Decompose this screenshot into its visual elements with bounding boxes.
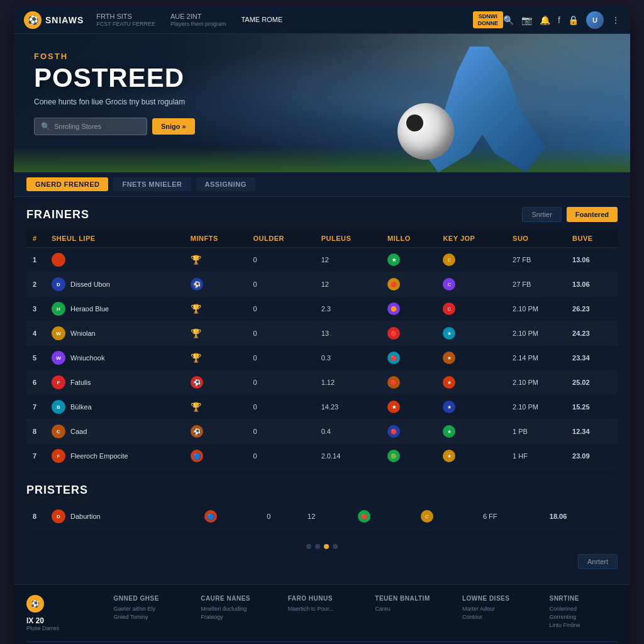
dot-4[interactable] <box>333 544 338 549</box>
main-nav: FRTH SITS FCST FEATU FERREE AUE 2INT Pla… <box>96 13 472 28</box>
footer-link-8[interactable]: Contour <box>462 614 531 620</box>
team-name: Caad <box>70 428 87 435</box>
minfts-icon: 🏆 <box>191 402 201 412</box>
facebook-icon[interactable]: f <box>558 15 560 25</box>
nav-item-tame[interactable]: TAME ROME <box>241 16 282 24</box>
millo-badge: ★ <box>387 401 400 413</box>
minfts-icon: ⚽ <box>191 278 203 291</box>
footer-col-snrtine: Snrtine Conlerined Gorrenting Lintu Fmli… <box>549 595 618 631</box>
footer-link-4[interactable]: Frateogy <box>201 614 269 620</box>
row-minfts: ⚽ <box>184 419 247 444</box>
search-icon[interactable]: 🔍 <box>503 15 514 25</box>
row-keyjop: 2.10 PM <box>506 395 566 419</box>
featured-button[interactable]: Foantered <box>567 207 618 222</box>
row-millo: 🔴 <box>381 272 436 297</box>
millo-badge: 🔴 <box>387 376 400 389</box>
row-puleus: 14.23 <box>315 395 381 419</box>
footer-col-brand: ⚽ IX 20 Pluse Darres <box>26 595 95 631</box>
millo-badge: 🔴 <box>387 352 400 364</box>
row-buve: 13.06 <box>566 272 618 297</box>
row-puleus: 1.12 <box>315 370 381 395</box>
footer-link-3[interactable]: Mnelteri ducluding <box>201 606 269 612</box>
footer-link-11[interactable]: Lintu Fmline <box>549 622 618 628</box>
tab-assigning[interactable]: Assigning <box>196 177 255 191</box>
col-suo: Suo <box>506 230 566 248</box>
lock-icon[interactable]: 🔒 <box>568 15 579 25</box>
row-oulder: 0 <box>247 346 314 370</box>
table-row[interactable]: 8 D Daburtion 🔵 0 12 <box>26 504 618 529</box>
row-num: 7 <box>26 395 45 419</box>
tab-gnerd[interactable]: Gnerd Frenred <box>26 177 108 191</box>
keyjop-badge: ★ <box>443 352 455 364</box>
row-num: 7 <box>26 444 45 469</box>
next-button[interactable]: Anrtert <box>578 554 618 569</box>
row-keyjop-badge: ★ <box>436 419 506 444</box>
keyjop-badge: C <box>443 278 455 291</box>
row-num: 8 <box>26 419 45 444</box>
camera-icon[interactable]: 📷 <box>521 15 532 25</box>
footer-col-title-brand: Pluse Darres <box>26 625 95 631</box>
millo-badge: 🔴 <box>387 278 400 291</box>
pristers-title: PRISTERS <box>26 484 88 497</box>
row-minfts: ⚽ <box>184 272 247 297</box>
row-oulder: 0 <box>247 321 314 346</box>
trainers-section: FRAINERS Snrtier Foantered # Sheul Lipe … <box>26 207 618 469</box>
row-buve: 18.06 <box>543 504 618 529</box>
footer-link-9[interactable]: Conlerined <box>549 606 618 612</box>
row-minfts: 🏆 <box>184 297 247 321</box>
footer-link-7[interactable]: Marter Adour <box>462 606 531 612</box>
more-icon[interactable]: ⋮ <box>611 15 620 25</box>
table-row[interactable]: 4 W Wniolan 🏆 0 13 <box>26 321 618 346</box>
sort-button[interactable]: Snrtier <box>522 207 561 222</box>
hero-search-box[interactable]: 🔍 <box>34 118 147 135</box>
footer-link-2[interactable]: Gnied Tominy <box>114 614 182 620</box>
hero-search-button[interactable]: Snigo » <box>152 118 195 135</box>
nav-item-frth[interactable]: FRTH SITS FCST FEATU FERREE <box>96 13 155 28</box>
row-buve: 26.23 <box>566 297 618 321</box>
promo-badge[interactable]: SDNWI DONNE <box>473 11 504 29</box>
tab-fnets[interactable]: Fnets Mnieler <box>113 177 191 191</box>
dot-1[interactable] <box>306 544 311 549</box>
nav-item-aue[interactable]: AUE 2INT Players them program <box>170 13 226 28</box>
dot-3[interactable] <box>324 544 329 549</box>
row-keyjop: 27 FB <box>506 272 566 297</box>
logo[interactable]: ⚽ SNIAWS <box>24 11 84 29</box>
team-logo: D <box>52 509 65 523</box>
row-oulder: 0 <box>247 395 314 419</box>
page-wrapper: ⚽ SNIAWS FRTH SITS FCST FEATU FERREE AUE… <box>14 6 630 644</box>
row-team: H Heraod Blue <box>45 297 184 321</box>
col-oulder: Oulder <box>247 230 314 248</box>
row-keyjop: 2.14 PM <box>506 346 566 370</box>
table-row[interactable]: 1 🏆 0 12 <box>26 248 618 272</box>
table-row[interactable]: 6 F Fatulis ⚽ 0 1.12 <box>26 370 618 395</box>
row-num: 3 <box>26 297 45 321</box>
footer-col-gnned: Gnned Ghse Gaeter aithin Ely Gnied Tomin… <box>114 595 182 631</box>
hero-search-row: 🔍 Snigo » <box>34 118 610 135</box>
team-logo: B <box>52 400 65 414</box>
footer-link-10[interactable]: Gorrenting <box>549 614 618 620</box>
row-buve: 12.34 <box>566 419 618 444</box>
dot-2[interactable] <box>315 544 320 549</box>
notification-icon[interactable]: 🔔 <box>540 15 550 25</box>
row-buve: 23.09 <box>566 444 618 469</box>
footer-link-1[interactable]: Gaeter aithin Ely <box>114 606 182 612</box>
table-row[interactable]: 3 H Heraod Blue 🏆 0 2.3 <box>26 297 618 321</box>
table-row[interactable]: 5 W Wniuchook 🏆 0 0.3 <box>26 346 618 370</box>
row-puleus: 2.0.14 <box>315 444 381 469</box>
row-team: W Wniuchook <box>45 346 184 370</box>
footer-link-6[interactable]: Careu <box>375 606 443 612</box>
table-row[interactable]: 8 C Caad ⚽ 0 0.4 <box>26 419 618 444</box>
row-minfts: 🏆 <box>184 321 247 346</box>
footer-link-5[interactable]: Maertich tc Pour... <box>288 606 357 612</box>
table-row[interactable]: 7 B Bülkea 🏆 0 14.23 <box>26 395 618 419</box>
footer-col-title-lowne: Lowne Dises <box>462 595 531 602</box>
row-team: B Bülkea <box>45 395 184 419</box>
table-row[interactable]: 7 F Fleeroch Empocite 🔵 0 2.0.14 <box>26 444 618 469</box>
table-row[interactable]: 2 D Dissed Ubon ⚽ 0 12 <box>26 272 618 297</box>
millo-badge: ★ <box>387 253 400 266</box>
row-millo: ★ <box>381 248 436 272</box>
user-avatar[interactable]: U <box>586 11 604 29</box>
minfts-icon: 🔵 <box>204 510 217 523</box>
hero-search-input[interactable] <box>54 123 140 130</box>
footer-logo-icon: ⚽ <box>26 595 44 613</box>
